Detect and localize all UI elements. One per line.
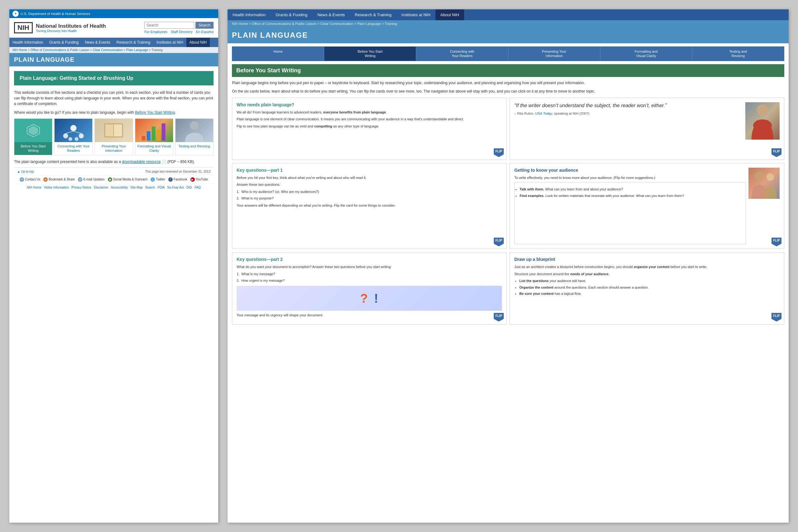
card-audience-title: Getting to know your audience <box>514 168 746 173</box>
facebook-icon-item[interactable]: f Facebook <box>168 177 187 182</box>
nav-institutes[interactable]: Institutes at NIH <box>153 38 186 47</box>
card-audience-content: Getting to know your audience To write e… <box>514 168 780 245</box>
card-who-needs: Who needs plain language? We all do! Fro… <box>232 98 507 160</box>
flip-badge-4[interactable]: FLIP <box>772 238 781 246</box>
hhs-bar: ✦ U.S. Department of Health & Human Serv… <box>10 10 218 18</box>
before-writing-link[interactable]: Before You Start Writing <box>135 110 175 115</box>
email-icon-item[interactable]: @ E-mail Updates <box>78 177 104 182</box>
footer-faq[interactable]: FAQ <box>194 186 201 189</box>
breadcrumb-right: NIH Home > Office of Communications & Pu… <box>228 20 788 27</box>
left-content: Plain Language: Getting Started or Brush… <box>10 66 218 198</box>
right-nav-institutes[interactable]: Institutes at NIH <box>397 10 435 20</box>
nav-research-training[interactable]: Research & Training <box>113 38 154 47</box>
search-button[interactable]: Search <box>195 22 213 29</box>
breadcrumb-ocpl[interactable]: Office of Communications & Public Liaiso… <box>31 48 89 52</box>
flip-badge-6[interactable]: FLIP <box>772 313 781 322</box>
snav-home[interactable]: Home <box>232 47 324 61</box>
espanol-link[interactable]: En Español <box>196 30 213 34</box>
snav-presenting[interactable]: Presenting YourInformation <box>508 47 601 61</box>
footer-links: NIH Home Visitor Information Privacy Not… <box>14 184 213 191</box>
right-intro-2: On the six cards below, learn about what… <box>232 89 784 94</box>
footer-disclaimer[interactable]: Disclaimer <box>94 186 109 189</box>
card-connecting[interactable]: Connecting with Your Readers <box>54 118 93 155</box>
key-q2-q2: 2. How urgent is my message? <box>236 278 502 284</box>
right-breadcrumb-plain[interactable]: Plain Language <box>357 22 381 25</box>
footer-search[interactable]: Search <box>145 186 155 189</box>
footer-oig[interactable]: OIG <box>186 186 192 189</box>
left-panel: ✦ U.S. Department of Health & Human Serv… <box>10 10 218 522</box>
nih-logo-area: NIH National Institutes of Health Turnin… <box>14 22 106 33</box>
svg-rect-11 <box>114 125 122 136</box>
card-key-q1-footer: Your answers will be different depending… <box>236 203 502 208</box>
right-breadcrumb-ocpl[interactable]: Office of Communications & Public Liaiso… <box>252 22 317 25</box>
nav-about-nih[interactable]: About NIH <box>186 38 210 47</box>
card-quote: “If the writer doesn’t understand the su… <box>510 98 784 160</box>
card-testing[interactable]: Testing and Revising <box>175 118 213 155</box>
bookmark-icon-item[interactable]: ★ Bookmark & Share <box>43 177 75 182</box>
footer-sitemap[interactable]: Site Map <box>130 186 142 189</box>
footer-nofear[interactable]: No Fear Act <box>167 186 184 189</box>
employees-link[interactable]: For Employees <box>144 30 167 34</box>
card-connecting-label: Connecting with Your Readers <box>55 142 92 155</box>
social-icon-item[interactable]: ◉ Social Media & Outreach <box>108 177 148 182</box>
footer-nih-home[interactable]: NIH Home <box>27 186 41 189</box>
contact-us-icon-item[interactable]: ✉ Contact Us <box>20 177 40 182</box>
right-nav-news[interactable]: News & Events <box>312 10 350 20</box>
card-q2-image: ? ! <box>236 286 502 311</box>
quote-text: “If the writer doesn’t understand the su… <box>514 102 742 109</box>
snav-formatting[interactable]: Formatting andVisual Clarity <box>601 47 692 61</box>
breadcrumb-clear[interactable]: Clear Communication <box>93 48 123 52</box>
right-nav-health[interactable]: Health Information <box>228 10 270 20</box>
snav-before-writing[interactable]: Before You StartWriting <box>324 47 416 61</box>
flip-badge-5[interactable]: FLIP <box>494 313 504 322</box>
right-nav-research[interactable]: Research & Training <box>350 10 397 20</box>
page-title-left: PLAIN LANGUAGE <box>10 53 218 66</box>
right-breadcrumb-home[interactable]: NIH Home <box>232 22 248 25</box>
breadcrumb-plain[interactable]: Plain Language <box>126 48 148 52</box>
right-intro-1: Plain language begins long before you pu… <box>232 80 784 86</box>
flip-badge-3[interactable]: FLIP <box>494 238 504 246</box>
card-audience-image <box>748 168 780 199</box>
chart-icon <box>135 119 173 142</box>
flip-badge-2[interactable]: FLIP <box>772 148 781 157</box>
card-blueprint-title: Draw up a blueprint <box>514 257 780 262</box>
svg-line-8 <box>74 131 81 133</box>
footer-accessibility[interactable]: Accessibility <box>111 186 128 189</box>
nav-news-events[interactable]: News & Events <box>82 38 113 47</box>
card-blueprint-p2: Structure your document around the needs… <box>514 271 780 277</box>
up-to-top-link[interactable]: ▲ Up to top <box>17 170 34 173</box>
youtube-icon-item[interactable]: ▶ YouTube <box>190 177 208 182</box>
right-nav-grants[interactable]: Grants & Funding <box>270 10 312 20</box>
card-formatting[interactable]: Formatting and Visual Clarity <box>135 118 173 155</box>
footer-icons: ✉ Contact Us ★ Bookmark & Share @ E-mail… <box>14 175 213 184</box>
right-breadcrumb-clear[interactable]: Clear Communication <box>320 22 354 25</box>
twitter-icon-item[interactable]: t Twitter <box>151 177 165 182</box>
intro-text-1: This website consists of five sections a… <box>14 90 213 107</box>
svg-point-18 <box>757 104 768 116</box>
quote-card-content: “If the writer doesn’t understand the su… <box>514 102 780 140</box>
footer-privacy[interactable]: Privacy Notice <box>71 186 91 189</box>
staff-link[interactable]: Staff Directory <box>171 30 193 34</box>
search-input[interactable] <box>144 22 194 29</box>
breadcrumb-nih-home[interactable]: NIH Home <box>13 48 27 52</box>
person-icon <box>175 119 213 142</box>
nav-grants-funding[interactable]: Grants & Funding <box>46 38 82 47</box>
exclaim-mark-icon: ! <box>374 291 378 305</box>
nav-health-information[interactable]: Health Information <box>10 38 46 47</box>
network-icon <box>55 119 92 142</box>
green-banner: Plain Language: Getting Started or Brush… <box>14 71 213 86</box>
download-link[interactable]: downloadable resource <box>122 159 160 164</box>
right-nav-about[interactable]: About NIH <box>435 10 464 20</box>
card-before-writing[interactable]: Before You Start Writing <box>14 118 52 155</box>
intro-text-2: Where would you like to go? If you are n… <box>14 110 213 115</box>
flip-badge-1[interactable]: FLIP <box>494 148 504 157</box>
svg-marker-1 <box>29 126 38 135</box>
snav-connecting[interactable]: Connecting withYour Readers <box>416 47 508 61</box>
page-title-right: PLAIN LANGUAGE <box>228 27 788 43</box>
card-key-q1-list: 1. Who is my audience? (or, Who are my a… <box>236 189 502 201</box>
card-key-q2-footer: Your message and its urgency will shape … <box>236 312 502 318</box>
footer-foia[interactable]: FOIA <box>157 186 165 189</box>
footer-visitor[interactable]: Visitor Information <box>44 186 69 189</box>
snav-testing[interactable]: Testing andRevising <box>692 47 784 61</box>
card-presenting[interactable]: Presenting Your Information <box>94 118 133 155</box>
